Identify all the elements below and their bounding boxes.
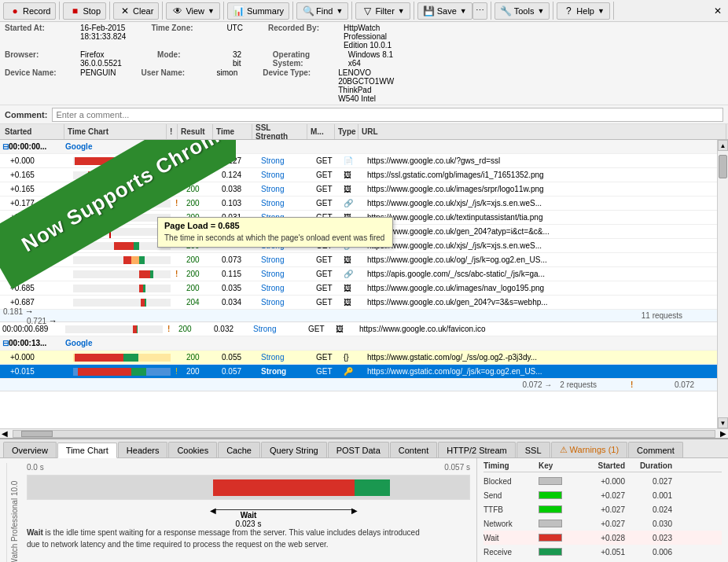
h-scroll-thumb[interactable]: [21, 431, 53, 437]
cell-type: 🔑: [341, 365, 365, 378]
save-extra-button[interactable]: ⋯: [472, 2, 487, 20]
table-row[interactable]: +0.386 200 Strong GET 🔗 https://www.goog: [0, 225, 717, 239]
cell-excl: [173, 351, 184, 364]
cell-excl: [173, 281, 184, 295]
summary-label: Summary: [247, 6, 284, 16]
clear-icon: ✕: [119, 5, 131, 17]
h-scroll-track[interactable]: [13, 430, 715, 438]
tab-postdata[interactable]: POST Data: [328, 442, 389, 457]
cell-excl: [173, 211, 184, 224]
vertical-scrollbar[interactable]: ▲ ▼: [717, 140, 728, 428]
tab-warnings[interactable]: ⚠ Warnings (1): [551, 442, 628, 457]
table-row[interactable]: +0.519 200 0.073 Strong GET 🖼 https: [0, 253, 717, 267]
cell-url: https://www.gstatic.com/og/_/js/k=og.og2…: [365, 365, 717, 378]
comment-input[interactable]: [52, 108, 723, 122]
cell-method: [306, 140, 333, 153]
table-row[interactable]: +0.685 ! 200 0.115 Strong GET 🔗 https://…: [0, 267, 717, 281]
cell-ssl: Strong: [259, 197, 314, 210]
table-row[interactable]: +0.000 200 0.055 Strong GET {} https://w…: [0, 351, 717, 365]
key-color-send: [539, 491, 562, 499]
close-button[interactable]: ✕: [711, 4, 725, 18]
table-row[interactable]: +0.687 204 0.034 Strong GET 🖼 https://ww…: [0, 296, 717, 310]
table-row[interactable]: +0.422 200 Strong GET 🔗 https://www.goog…: [0, 239, 717, 253]
tab-overview[interactable]: Overview: [3, 442, 57, 457]
cell-started: +0.165: [8, 182, 71, 196]
tab-comment[interactable]: Comment: [628, 442, 683, 457]
table-body[interactable]: ⊟ 00:00:00... Google +0.000: [0, 140, 717, 428]
key-color-receive: [539, 548, 562, 556]
cell-started: ⊟ 00:00:13...: [0, 336, 63, 350]
save-group: 💾 Save ▼ ⋯: [417, 2, 491, 20]
view-group: 👁 View ▼: [166, 2, 224, 20]
table-row[interactable]: ⊟ 00:00:00... Google: [0, 140, 717, 154]
help-group: ? Help ▼: [557, 2, 614, 20]
tools-button[interactable]: 🔧 Tools ▼: [495, 2, 550, 20]
cell-time: 0.115: [219, 267, 259, 281]
timing-key-wait: [539, 534, 578, 542]
cell-ssl: [251, 140, 306, 153]
tab-cache[interactable]: Cache: [218, 442, 260, 457]
tab-http2stream[interactable]: HTTP/2 Stream: [438, 442, 515, 457]
cell-url: https://ssl.gstatic.com/gb/images/i1_716…: [365, 168, 717, 182]
record-group: ● Record: [3, 2, 60, 20]
tools-label: Tools: [514, 6, 535, 16]
scroll-down-button[interactable]: ▼: [718, 417, 728, 428]
table-row[interactable]: +0.165 200 0.038 Strong GET 🖼 https://ww…: [0, 182, 717, 197]
cell-started: +0.685: [8, 281, 71, 295]
table-row[interactable]: +0.177 ! 200 0.103 Strong GET 🔗 https://…: [0, 197, 717, 211]
cell-type: 🔗: [341, 267, 365, 281]
tab-content[interactable]: Content: [390, 442, 438, 457]
stop-button[interactable]: ■ Stop: [63, 2, 106, 20]
cell-ssl: Strong: [259, 365, 314, 378]
table-header: Started Time Chart ! Result Time SSL Str…: [0, 124, 728, 140]
cell-time: 0.035: [219, 281, 259, 295]
username-value: simon: [217, 68, 238, 103]
th-duration: Duration: [625, 461, 672, 470]
cell-ssl: Strong: [259, 296, 314, 309]
os-value: Windows 8.1 x64: [348, 50, 394, 68]
chart-background: [28, 476, 469, 499]
tab-timechart[interactable]: Time Chart: [57, 443, 117, 458]
table-row[interactable]: +0.685 200 0.035 Strong GET 🖼 https://ww…: [0, 281, 717, 296]
horizontal-scrollbar[interactable]: ◀ ▶: [0, 428, 728, 438]
save-button[interactable]: 💾 Save ▼: [417, 2, 472, 20]
cell-result: 204: [184, 296, 219, 309]
tab-querystring[interactable]: Query String: [261, 442, 327, 457]
view-button[interactable]: 👁 View ▼: [166, 2, 220, 20]
table-row[interactable]: +0.000 200 0.127 Strong GET 📄 https://ww…: [0, 154, 717, 168]
help-button[interactable]: ? Help ▼: [557, 2, 610, 20]
table-row[interactable]: +0.165 200 0.124 Strong GET 🖼 https://ss…: [0, 168, 717, 182]
tab-ssl[interactable]: SSL: [517, 442, 550, 457]
filter-button[interactable]: ▽ Filter ▼: [355, 2, 410, 20]
table-row[interactable]: +0.015 ! 200 0.057 Strong GET 🔑 https://…: [0, 365, 717, 379]
table-row[interactable]: +0.… 200 0.031 Strong GET 🖼 https://www.…: [0, 211, 717, 225]
desc-bold: Wait: [27, 528, 43, 537]
clear-button[interactable]: ✕ Clear: [113, 2, 159, 20]
table-row[interactable]: 00:00:00.689 ! 200 0.032 Strong GET 🖼 ht…: [0, 322, 717, 336]
scroll-track[interactable]: [718, 151, 728, 417]
table-row[interactable]: ⊟ 00:00:13... Google: [0, 336, 717, 351]
record-button[interactable]: ● Record: [3, 2, 56, 20]
cell-timechart: [71, 154, 173, 167]
h-scroll-left[interactable]: ◀: [0, 429, 9, 438]
cell-timechart: [71, 197, 173, 210]
h-scroll-right[interactable]: ▶: [719, 429, 728, 438]
tab-cookies[interactable]: Cookies: [168, 442, 217, 457]
info-bar: Started At: 16-Feb-2015 18:31:33.824 Tim…: [0, 22, 728, 105]
cell-type: 🖼: [341, 182, 365, 196]
find-button[interactable]: 🔍 Find ▼: [296, 2, 348, 20]
group-collapse-icon: ⊟: [2, 142, 9, 151]
chart-description: Wait is the idle time spent waiting for …: [27, 527, 420, 550]
cell-time: [211, 336, 251, 350]
scroll-thumb[interactable]: [719, 155, 727, 178]
tab-headers[interactable]: Headers: [118, 442, 168, 457]
left-arrowhead: ◀: [210, 506, 216, 515]
view-icon: 👁: [171, 5, 184, 17]
timing-key-ttfb: [539, 505, 578, 513]
cell-started: +0.000: [8, 154, 71, 167]
th-timechart: Time Chart: [64, 124, 167, 139]
summary-button[interactable]: 📊 Summary: [227, 2, 289, 20]
tab-content-area: HttpWatch Professional 10.0 0.0 s 0.057 …: [0, 458, 728, 562]
scroll-up-button[interactable]: ▲: [718, 140, 728, 151]
cell-ssl: Strong: [251, 322, 306, 336]
